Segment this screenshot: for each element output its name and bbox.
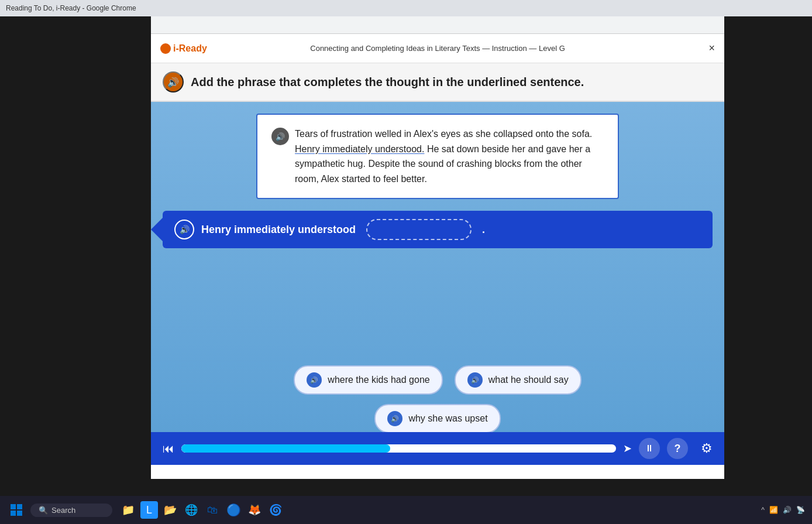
choices-row-2: 🔊 why she was upset xyxy=(374,404,500,433)
sentence-speaker-button[interactable]: 🔊 xyxy=(174,220,194,239)
instruction-bar: 🔊 Add the phrase that completes the thou… xyxy=(151,63,724,102)
passage-box: 🔊 Tears of frustration welled in Alex's … xyxy=(256,114,619,199)
choice-label-3: why she was upset xyxy=(408,413,487,424)
passage-underlined-text: Henry immediately understood. xyxy=(295,144,424,154)
progress-bar-area: ⏮ ➤ ⏸ ? ⚙ xyxy=(151,432,724,465)
progress-track xyxy=(181,444,616,453)
search-icon: 🔍 xyxy=(39,506,48,515)
pause-button[interactable]: ⏸ xyxy=(639,438,660,459)
left-dark-overlay xyxy=(0,16,151,461)
iready-logo: i-Ready xyxy=(160,43,207,54)
start-button[interactable] xyxy=(7,501,26,519)
sentence-strip: 🔊 Henry immediately understood . xyxy=(163,211,713,248)
taskbar-app1-icon[interactable]: L xyxy=(140,501,158,519)
taskbar-search[interactable]: 🔍 Search xyxy=(30,504,112,517)
wifi-icon: 📡 xyxy=(796,506,805,514)
windows-icon xyxy=(10,504,23,516)
taskbar-right: ^ 📶 🔊 📡 xyxy=(761,506,805,514)
settings-button[interactable]: ⚙ xyxy=(701,441,713,456)
instruction-speaker-button[interactable]: 🔊 xyxy=(163,71,184,93)
sentence-period: . xyxy=(482,224,485,236)
choice-speaker-icon-2: 🔊 xyxy=(467,372,483,388)
volume-icon: 🔊 xyxy=(783,506,792,514)
choices-area: 🔊 where the kids had gone 🔊 what he shou… xyxy=(151,354,724,445)
logo-dot-icon xyxy=(160,43,171,54)
browser-title-bar: Reading To Do, i-Ready - Google Chrome xyxy=(0,0,812,16)
app-container: i-Ready Connecting and Completing Ideas … xyxy=(151,34,724,479)
help-button[interactable]: ? xyxy=(667,438,688,459)
choices-row-1: 🔊 where the kids had gone 🔊 what he shou… xyxy=(294,365,581,395)
network-icon: 📶 xyxy=(769,506,778,514)
speaker-icon: 🔊 xyxy=(180,225,190,234)
choice-speaker-icon-1: 🔊 xyxy=(307,372,322,388)
taskbar-edge-icon[interactable]: 🌐 xyxy=(183,501,200,519)
system-tray-chevron-icon[interactable]: ^ xyxy=(761,506,765,514)
passage-text: Tears of frustration welled in Alex's ey… xyxy=(295,126,604,186)
svg-rect-3 xyxy=(17,511,22,516)
taskbar-firefox-icon[interactable]: 🦊 xyxy=(246,501,263,519)
taskbar-app2-icon[interactable]: 🌀 xyxy=(267,501,284,519)
choice-label-2: what he should say xyxy=(488,375,569,385)
progress-fill xyxy=(181,444,390,453)
passage-speaker-row: 🔊 Tears of frustration welled in Alex's … xyxy=(271,126,604,186)
taskbar-icons: 📁 L 📂 🌐 🛍 🔵 🦊 🌀 xyxy=(119,501,284,519)
choice-speaker-icon-3: 🔊 xyxy=(387,411,402,426)
svg-rect-1 xyxy=(17,504,22,509)
skip-to-start-button[interactable]: ⏮ xyxy=(163,442,174,455)
search-label: Search xyxy=(51,506,75,515)
browser-title: Reading To Do, i-Ready - Google Chrome xyxy=(6,4,136,12)
right-dark-overlay xyxy=(724,16,812,461)
main-content-area: 🔊 Tears of frustration welled in Alex's … xyxy=(151,102,724,465)
svg-rect-2 xyxy=(11,511,16,516)
close-button[interactable]: × xyxy=(708,42,715,54)
choice-label-1: where the kids had gone xyxy=(328,375,429,385)
taskbar-file-icon[interactable]: 📁 xyxy=(119,501,137,519)
instruction-text: Add the phrase that completes the though… xyxy=(191,76,584,89)
answer-blank[interactable] xyxy=(366,219,472,240)
choice-button-1[interactable]: 🔊 where the kids had gone xyxy=(294,365,442,395)
strip-arrow-icon xyxy=(151,218,163,241)
header-bar: i-Ready Connecting and Completing Ideas … xyxy=(151,34,724,63)
choice-button-2[interactable]: 🔊 what he should say xyxy=(455,365,582,395)
progress-arrow-icon: ➤ xyxy=(623,442,632,455)
speaker-icon: 🔊 xyxy=(167,77,179,88)
logo-text: i-Ready xyxy=(173,43,207,54)
taskbar: 🔍 Search 📁 L 📂 🌐 🛍 🔵 🦊 🌀 ^ 📶 🔊 📡 xyxy=(0,496,812,524)
speaker-icon: 🔊 xyxy=(276,132,285,141)
choice-button-3[interactable]: 🔊 why she was upset xyxy=(374,404,500,433)
taskbar-store-icon[interactable]: 🛍 xyxy=(204,501,221,519)
taskbar-folder-icon[interactable]: 📂 xyxy=(161,501,179,519)
sentence-strip-text: Henry immediately understood xyxy=(201,224,356,236)
lesson-title: Connecting and Completing Ideas in Liter… xyxy=(310,44,565,53)
taskbar-chrome-icon[interactable]: 🔵 xyxy=(225,501,242,519)
passage-speaker-button[interactable]: 🔊 xyxy=(271,128,289,145)
passage-text-before: Tears of frustration welled in Alex's ey… xyxy=(295,129,592,139)
svg-rect-0 xyxy=(11,504,16,509)
